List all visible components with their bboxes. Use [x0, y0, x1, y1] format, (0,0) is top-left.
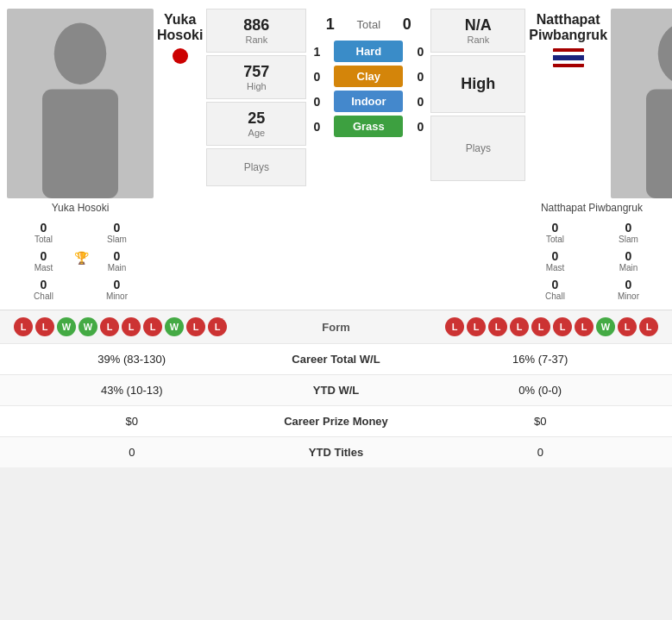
total-label: Total	[345, 18, 393, 31]
names-row: Yuka Hosoki Natthapat Piwbangruk	[0, 202, 672, 217]
clay-left: 0	[310, 70, 323, 84]
main-container: Yuka Hosoki 886 Rank 757 High 25 Age	[0, 0, 672, 467]
left-trophy-icon: 🏆	[74, 251, 89, 265]
form-pill: L	[618, 317, 637, 336]
form-row: LLWWLLLWLL Form LLLLLLLWLL	[0, 310, 672, 343]
right-name-under: Natthapat Piwbangruk	[518, 202, 665, 214]
left-chall-val: 0	[9, 278, 79, 291]
right-plays-lbl: Plays	[435, 142, 521, 154]
hard-left: 1	[310, 45, 323, 59]
left-chall-lbl: Chall	[9, 291, 79, 301]
right-player-name: Natthapat Piwbangruk	[529, 12, 607, 43]
right-mast-lbl: Mast	[520, 263, 590, 272]
form-pill: L	[531, 317, 550, 336]
left-total-val: 0	[9, 221, 79, 235]
right-minor-cell: 0 Minor	[592, 276, 665, 303]
clay-right: 0	[413, 70, 427, 84]
svg-point-0	[54, 23, 107, 85]
top-row: Yuka Hosoki 886 Rank 757 High 25 Age	[0, 0, 672, 202]
left-high-val: 757	[210, 63, 302, 81]
right-stats-col: N/A Rank High Plays	[430, 9, 525, 181]
left-rank-val: 886	[210, 16, 302, 34]
stats-row-right: 0% (0-0)	[423, 384, 659, 397]
right-total-lbl: Total	[520, 235, 590, 244]
right-minor-val: 0	[593, 278, 663, 291]
stats-row-left: $0	[14, 415, 250, 428]
stats-row: 0YTD Titles0	[0, 436, 672, 467]
right-high-box: High	[430, 55, 525, 113]
total-row: 1 Total 0	[310, 12, 427, 37]
stats-row-right: $0	[423, 415, 659, 428]
form-pill: L	[208, 317, 227, 336]
clay-row: 0 Clay 0	[310, 66, 427, 87]
right-slam-lbl: Slam	[593, 235, 663, 244]
left-slam-cell: 0 Slam	[80, 219, 154, 246]
left-mast-val: 0	[9, 249, 79, 263]
grass-tag: Grass	[334, 116, 403, 137]
svg-rect-1	[42, 90, 118, 199]
total-left-score: 1	[326, 16, 335, 34]
right-total-val: 0	[520, 221, 590, 235]
court-middle: 1 Total 0 1 Hard 0 0 Clay 0 0 Indoor 0	[310, 9, 427, 137]
hard-tag: Hard	[334, 41, 403, 62]
stats-row: 39% (83-130)Career Total W/L16% (7-37)	[0, 343, 672, 374]
right-rank-lbl: Rank	[435, 34, 521, 45]
stats-row-label: Career Total W/L	[250, 353, 423, 366]
right-mast-val: 0	[520, 249, 590, 263]
svg-rect-3	[646, 90, 672, 199]
right-chall-cell: 0 Chall	[518, 276, 592, 303]
right-chall-val: 0	[520, 278, 590, 291]
left-minor-val: 0	[82, 278, 152, 291]
form-pill: W	[165, 317, 184, 336]
right-main-cell: 0 Main	[592, 247, 665, 274]
left-high-box: 757 High	[206, 55, 306, 99]
left-main-cell: 0 Main	[80, 247, 154, 274]
clay-tag: Clay	[334, 66, 403, 87]
form-pill: L	[488, 317, 507, 336]
right-mast-cell: 0 Mast	[518, 247, 592, 274]
stats-row-left: 43% (10-13)	[14, 384, 250, 397]
right-minor-lbl: Minor	[593, 291, 663, 301]
form-label: Form	[293, 321, 380, 334]
right-photo	[611, 9, 672, 198]
right-high-val: High	[435, 75, 521, 93]
hard-row: 1 Hard 0	[310, 41, 427, 62]
left-mast-lbl: Mast	[9, 263, 79, 272]
left-high-lbl: High	[210, 81, 302, 91]
left-stats-block: 0 Total 0 Slam 0 Mast 🏆 0 Main 0 Chall	[7, 219, 154, 303]
left-flag	[173, 48, 188, 64]
stats-under-row: 0 Total 0 Slam 0 Mast 🏆 0 Main 0 Chall	[0, 217, 672, 310]
svg-point-2	[658, 23, 672, 85]
left-age-val: 25	[210, 110, 302, 128]
form-pill: L	[14, 317, 33, 336]
stats-row-right: 16% (7-37)	[423, 353, 659, 366]
right-player-header: Natthapat Piwbangruk	[529, 9, 607, 72]
right-rank-val: N/A	[435, 16, 521, 34]
stats-row-left: 0	[14, 446, 250, 459]
form-pill: L	[186, 317, 205, 336]
right-slam-val: 0	[593, 221, 663, 235]
left-chall-cell: 0 Chall	[7, 276, 80, 303]
grass-right: 0	[413, 120, 427, 134]
left-slam-lbl: Slam	[82, 235, 152, 244]
form-pill: L	[553, 317, 572, 336]
grass-row: 0 Grass 0	[310, 116, 427, 137]
left-player-header: Yuka Hosoki	[157, 9, 203, 69]
indoor-right: 0	[413, 95, 427, 109]
stats-row-left: 39% (83-130)	[14, 353, 250, 366]
form-pill: W	[57, 317, 76, 336]
left-photo	[7, 9, 154, 198]
form-pill: W	[596, 317, 615, 336]
indoor-left: 0	[310, 95, 323, 109]
left-main-val: 0	[82, 249, 152, 263]
form-pill: L	[575, 317, 593, 336]
left-plays-lbl: Plays	[210, 161, 302, 173]
left-plays-box: Plays	[206, 148, 306, 186]
stats-row-label: YTD Titles	[250, 446, 423, 459]
right-main-val: 0	[593, 249, 663, 263]
form-pill: W	[79, 317, 97, 336]
form-pill: L	[639, 317, 658, 336]
right-chall-lbl: Chall	[520, 291, 590, 301]
right-slam-cell: 0 Slam	[592, 219, 665, 246]
stats-rows-container: 39% (83-130)Career Total W/L16% (7-37)43…	[0, 343, 672, 467]
